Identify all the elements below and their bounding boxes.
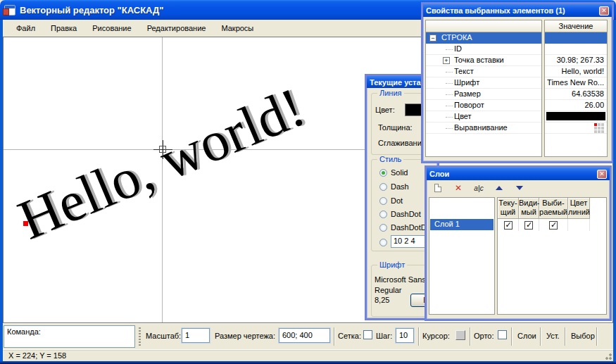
style-option-label: Dash: [391, 182, 409, 191]
cursor-coordinates: X = 224; Y = 158: [8, 351, 66, 360]
step-label: Шаг:: [376, 332, 392, 340]
command-input[interactable]: Команда:: [4, 325, 135, 348]
grid-checkbox[interactable]: [363, 330, 372, 339]
scale-label: Масштаб:: [146, 332, 181, 340]
layer-line-color-cell[interactable]: [568, 219, 590, 231]
font-group-label: Шрифт: [377, 261, 407, 269]
value-id[interactable]: [545, 44, 607, 55]
radio-icon: [379, 197, 387, 205]
selectable-checkbox[interactable]: [549, 221, 558, 230]
line-color-label: Цвет:: [375, 106, 395, 114]
value-size[interactable]: 64.63538: [545, 89, 607, 100]
menu-edit[interactable]: Правка: [43, 21, 84, 35]
property-row-id[interactable]: ID: [426, 44, 541, 55]
layers-titlebar[interactable]: Слои ✕: [427, 168, 610, 180]
menu-draw[interactable]: Рисование: [84, 21, 139, 35]
menu-file[interactable]: Файл: [8, 21, 43, 35]
drawing-size-label: Размер чертежа:: [215, 332, 275, 340]
layers-button[interactable]: Слои: [517, 332, 536, 340]
tree-expand-icon[interactable]: +: [443, 57, 450, 64]
style-option-label: Dot: [391, 196, 403, 205]
value-rotation[interactable]: 26.00: [545, 100, 607, 111]
properties-value-column: Значение 30.98; 267.33 Hello, world! Tim…: [544, 20, 608, 157]
drawing-size-input[interactable]: 600; 400: [279, 328, 330, 343]
column-selectable: Выби- раемый: [539, 198, 568, 219]
property-row-insert-point[interactable]: + Точка вставки: [426, 55, 541, 66]
properties-title: Свойства выбранных элементов (1): [426, 6, 599, 15]
settings-button[interactable]: Уст.: [546, 332, 560, 340]
layer-flags-grid: Теку- щий Види- мый Выби- раемый Цвет ли…: [497, 197, 607, 315]
delete-layer-icon[interactable]: ✕: [453, 183, 464, 194]
menu-editing[interactable]: Редактирование: [139, 21, 214, 35]
crosshair-pickbox: [159, 146, 166, 153]
resize-grip-icon[interactable]: [603, 351, 612, 360]
visible-checkbox[interactable]: [524, 221, 533, 230]
layers-title: Слои: [429, 170, 597, 178]
property-row-size[interactable]: Размер: [426, 89, 541, 100]
style-option-custom[interactable]: [379, 237, 387, 247]
window-border: [0, 20, 3, 364]
style-option-dashdot[interactable]: DashDot: [379, 209, 421, 219]
move-layer-up-icon[interactable]: [494, 183, 505, 194]
grid-label: Сетка:: [338, 332, 361, 340]
layer-row[interactable]: Слой 1: [430, 219, 494, 230]
current-checkbox[interactable]: [504, 221, 513, 230]
value-alignment[interactable]: [545, 123, 607, 134]
window-border: [613, 20, 616, 364]
line-group-label: Линия: [377, 89, 404, 97]
property-row-text[interactable]: Текст: [426, 66, 541, 77]
layer-visible-cell: [519, 219, 539, 231]
style-option-label: DashDot: [391, 210, 421, 218]
scale-input[interactable]: 1: [182, 328, 210, 343]
layers-toolbar: ✕ a|c: [427, 180, 610, 196]
properties-name-column: − СТРОКА ID + Точка вставки Текст Шрифт …: [425, 20, 542, 157]
property-row-color[interactable]: Цвет: [426, 111, 541, 123]
window-border: [0, 361, 616, 364]
value-insert-point[interactable]: 30.98; 267.33: [545, 55, 607, 66]
line-thickness-label: Толщина:: [378, 123, 413, 132]
layer-name-list[interactable]: Слой 1: [429, 197, 495, 315]
properties-titlebar[interactable]: Свойства выбранных элементов (1) ✕: [423, 4, 612, 17]
command-toolbar: Команда: Масштаб: 1 Размер чертежа: 600;…: [3, 323, 613, 349]
color-swatch[interactable]: [546, 112, 605, 120]
property-row-rotation[interactable]: Поворот: [426, 100, 541, 111]
layer-selectable-cell: [539, 219, 568, 231]
style-option-dot[interactable]: Dot: [379, 196, 403, 206]
step-input[interactable]: 10: [396, 328, 414, 343]
ortho-checkbox[interactable]: [498, 330, 507, 339]
alignment-icon[interactable]: [594, 123, 605, 133]
style-option-solid[interactable]: Solid: [379, 168, 408, 177]
toolbar-drag-grip[interactable]: [139, 327, 141, 346]
radio-selected-icon: [379, 169, 387, 177]
cursor-label: Курсор:: [422, 332, 450, 340]
menu-macros[interactable]: Макросы: [213, 21, 261, 35]
radio-icon: [379, 183, 387, 191]
new-layer-icon[interactable]: [432, 183, 444, 194]
select-button[interactable]: Выбор: [571, 332, 595, 340]
tree-collapse-icon[interactable]: −: [429, 34, 436, 42]
radio-icon: [379, 239, 387, 246]
style-option-dash[interactable]: Dash: [379, 182, 409, 192]
value-color[interactable]: [545, 111, 607, 123]
font-style-text: Regular: [375, 286, 402, 294]
move-layer-down-icon[interactable]: [514, 183, 525, 194]
value-stroka[interactable]: [545, 32, 607, 44]
property-row-alignment[interactable]: Выравнивание: [426, 123, 541, 134]
value-text[interactable]: Hello, world!: [545, 66, 607, 77]
ortho-label: Орто:: [474, 332, 494, 340]
value-column-header: Значение: [545, 20, 607, 32]
style-group-label: Стиль: [377, 155, 403, 163]
column-current: Теку- щий: [498, 198, 519, 219]
layer-current-cell: [498, 219, 519, 231]
font-size-text: 8,25: [375, 296, 389, 304]
window-title: Векторный редактор "КАСКАД": [20, 5, 163, 15]
property-row-font[interactable]: Шрифт: [426, 77, 541, 89]
property-row-stroka[interactable]: − СТРОКА: [426, 32, 541, 44]
cursor-color-button[interactable]: [455, 330, 465, 340]
radio-icon: [379, 224, 387, 232]
rename-layer-icon[interactable]: a|c: [473, 183, 484, 194]
properties-panel: Свойства выбранных элементов (1) ✕ − СТР…: [421, 2, 614, 163]
close-icon[interactable]: ✕: [599, 6, 609, 15]
value-font[interactable]: Times New Ro...: [545, 77, 607, 89]
close-icon[interactable]: ✕: [597, 170, 607, 179]
